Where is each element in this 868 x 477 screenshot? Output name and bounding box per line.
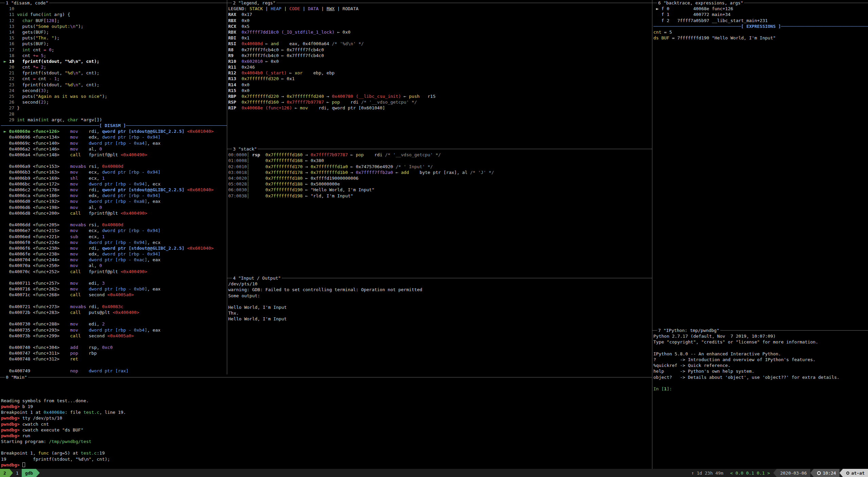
text-segment: rsi, <box>86 222 102 227</box>
terminal-line: 0x400696 <func+134> mov edx, dword ptr [… <box>1 134 227 140</box>
text-segment: DATA <box>308 6 319 11</box>
text-segment: | <box>282 6 289 11</box>
text-segment: ); <box>102 94 107 99</box>
text-segment: "Some output: <box>36 24 70 29</box>
text-segment: fprintf(stdout, <box>17 82 65 87</box>
terminal-line: 28 <box>1 111 227 117</box>
pane-ipython[interactable]: 7 "IPython: tmp/pwndbg" Python 2.7.17 (d… <box>652 328 868 469</box>
text-segment: → <box>279 94 287 99</box>
pane-title-label: 7 "IPython: tmp/pwndbg" <box>657 328 720 333</box>
text-segment: "%d <box>65 70 73 75</box>
terminal-line: pwndbg> cwatch cnt <box>1 421 652 427</box>
text-segment: f 2 7ffff7a05b97 __libc_start_main+231 <box>653 18 768 23</box>
text-segment: Python 2.7.17 (default, Nov 7 2019, 10:0… <box>653 334 778 339</box>
text-segment: 0x400704 <func+244> <box>1 257 70 262</box>
text-segment: 0xc0 <box>102 345 112 350</box>
terminal-line <box>1 216 227 222</box>
text-segment: ← "Hello World, I'm Input" <box>303 187 374 192</box>
text-segment: 26 <box>1 100 17 105</box>
pane-stack[interactable]: 3 "stack" 00:0000│ rsp 0x7fffffffd160 → … <box>227 146 652 275</box>
terminal-line <box>1 392 652 398</box>
program-io-output: /dev/pts/10warning: GDB: Failed to set c… <box>227 281 652 322</box>
text-segment: 0x7ffff7fcb4c0 ← 0x7ffff7fcb4c0 <box>234 47 324 52</box>
text-segment: 14 <box>1 30 17 35</box>
text-segment: void <box>17 12 28 17</box>
text-segment: edx, <box>78 193 102 198</box>
text-segment: *= <box>33 65 38 70</box>
text-segment: 0x7fffffffd188 <box>266 181 303 187</box>
terminal-line: 0x40073b <func+299> call second <0x4005a… <box>1 333 227 339</box>
text-segment: 0x7ffff7b97787 <box>311 152 348 157</box>
text-segment: main( <box>25 117 41 122</box>
terminal-line: %quickref -> Quick reference. <box>653 363 868 368</box>
pane-legend-regs[interactable]: 2 "legend, regs" LEGEND: STACK | HEAP | … <box>227 0 652 146</box>
terminal-line: 0x40069c <func+140> mov dword ptr [rbp -… <box>1 140 227 146</box>
text-segment: ); <box>78 24 84 29</box>
terminal-line: 03:0018│ 0x7fffffffd178 → 0x7fffffffd1b0… <box>228 170 652 175</box>
text-segment: shl <box>70 176 78 181</box>
terminal-line: pwndbg> tty /dev/pts/10 <box>1 415 652 421</box>
text-segment: ► 0x40068e <func+126> <box>1 129 59 134</box>
terminal-line: 0x40070a <func+250> mov al, 0 <box>1 263 227 268</box>
text-segment: 0x4006ed <func+221> <box>1 234 70 239</box>
terminal-line: 20 cnt *= 2; <box>1 64 227 70</box>
text-segment: /* '%d\n' */ <box>332 41 364 46</box>
terminal-line: Python 2.7.17 (default, Nov 7 2019, 10:0… <box>653 333 868 339</box>
text-segment <box>184 246 187 251</box>
text-segment <box>236 30 241 35</box>
text-segment: 0x40068e <box>43 410 65 415</box>
text-segment: dword ptr [rbp - 0x94] <box>102 228 160 233</box>
pane-border-line <box>28 374 652 380</box>
text-segment: 0x4006a9 <func+153> <box>1 164 70 169</box>
terminal-line: 00:0000│ rsp 0x7fffffffd160 → 0x7ffff7b9… <box>228 152 652 158</box>
load-value: 0.0 0.1 0.1 <box>736 471 765 476</box>
text-segment: /* '__vdso_getcpu' */ <box>361 100 417 105</box>
pane-border-vertical[interactable] <box>652 0 652 469</box>
text-segment: 0x40073b <func+299> <box>1 333 70 338</box>
terminal-line: 0x4006c2 <func+178> mov rdi, qword ptr [… <box>1 187 227 193</box>
pane-main[interactable]: 0 "Main" Reading symbols from test...don… <box>0 374 652 469</box>
terminal-line: 10 <box>1 6 227 12</box>
pane-disasm-code[interactable]: 1 "disasm, code" 10 11 void func(int arg… <box>0 0 227 374</box>
text-segment: fprintf@plt <box>81 211 121 216</box>
text-segment: R11 <box>228 65 236 70</box>
terminal-line: 0x4006e7 <func+215> mov ecx, dword ptr [… <box>1 228 227 233</box>
pane-backtrace-expressions[interactable]: 6 "backtrace, expressions, args" ► f 0 4… <box>652 0 868 328</box>
text-segment: 0x400711 <func+257> <box>1 281 70 286</box>
terminal-line: 0x400721 <func+273> movabs rdi, 0x40083c <box>1 304 227 310</box>
text-segment: ← <box>324 100 332 105</box>
text-segment <box>78 356 89 361</box>
text-segment: → <box>303 170 310 175</box>
text-segment: call <box>70 310 81 315</box>
gdb-console[interactable]: Reading symbols from test...done.pwndbg>… <box>0 380 652 468</box>
text-segment: ← 0x50000000e <box>303 181 340 187</box>
text-segment: rbp <box>78 351 97 356</box>
text-segment: 0x4006d8 <func+200> <box>1 211 70 216</box>
text-segment: " <box>75 24 78 29</box>
text-segment: │ <box>247 164 250 169</box>
text-segment: cnt <box>17 53 33 58</box>
text-segment: mov <box>70 328 78 333</box>
text-segment: 29 <box>1 117 17 122</box>
text-segment: += <box>33 53 38 58</box>
pane-title-label: 1 "disasm, code" <box>5 0 49 6</box>
text-segment: cnt <box>36 76 49 81</box>
text-segment: ecx, <box>78 228 102 233</box>
text-segment: " <box>78 70 81 75</box>
window-tab-gdb[interactable]: gdb <box>22 469 40 477</box>
text-segment: int <box>41 117 49 122</box>
terminal-line <box>1 339 227 344</box>
terminal-line: Thx. <box>228 310 652 316</box>
text-segment: 11 <box>1 12 17 17</box>
pane-input-output[interactable]: 4 "Input / Output" /dev/pts/10warning: G… <box>227 275 652 374</box>
text-segment <box>250 164 266 169</box>
pane-border-vertical[interactable] <box>227 0 227 374</box>
terminal-line: Breakpoint 1 at 0x40068e: file test.c, l… <box>1 409 652 415</box>
text-segment: \n <box>70 24 76 29</box>
text-segment: mov <box>70 187 78 192</box>
text-segment: RDX <box>228 30 236 35</box>
text-segment: 18 <box>1 53 17 58</box>
terminal-line: RDI 0x1 <box>228 35 652 41</box>
terminal-line: 04:0020│ 0x7fffffffd180 ← 0xffffd1900000… <box>228 175 652 181</box>
text-segment: 0x400730 <func+288> <box>1 321 70 326</box>
